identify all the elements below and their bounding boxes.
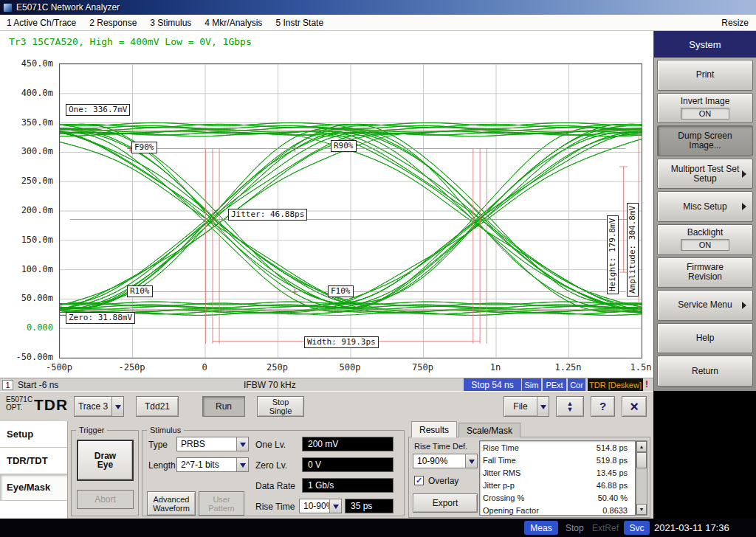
x-axis-tick: 750p	[397, 362, 449, 373]
menu-4-mkr-analysis[interactable]: 4 Mkr/Analysis	[198, 18, 269, 28]
x-axis-tick: 250p	[252, 362, 303, 373]
window-title: E5071C Network Analyzer	[16, 2, 120, 13]
export-button[interactable]: Export	[413, 493, 478, 513]
result-row: Rise Time514.8 ps	[480, 441, 635, 454]
softkey-help[interactable]: Help	[657, 323, 753, 354]
menu-2-response[interactable]: 2 Response	[83, 18, 143, 28]
minimize-toggle-button[interactable]: ▲▼	[556, 396, 584, 417]
eye-annotation: F10%	[328, 285, 354, 297]
eye-annotation: Zero: 31.88mV	[66, 312, 135, 324]
y-axis-tick: 200.0m	[1, 205, 53, 215]
overlay-checkbox[interactable]: ✓	[414, 476, 424, 485]
dropdown-arrow-icon	[465, 454, 477, 468]
scroll-down-icon[interactable]: ▼	[636, 504, 647, 515]
y-axis-tick: -50.00m	[1, 352, 53, 362]
file-button[interactable]: File	[504, 396, 549, 417]
stop-single-button[interactable]: Stop Single	[257, 396, 304, 417]
tab-scale-mask[interactable]: Scale/Mask	[458, 423, 520, 437]
y-axis-tick: 250.0m	[1, 176, 53, 186]
results-tabs: ResultsScale/Mask	[411, 421, 522, 437]
softkey-label: Service Menu	[678, 300, 732, 310]
extref-indicator: ExtRef	[592, 523, 619, 533]
help-button[interactable]: ?	[591, 396, 615, 417]
softkey-misc-setup[interactable]: Misc Setup	[657, 191, 753, 222]
softkey-dump-screen-image[interactable]: Dump Screen Image...	[657, 125, 753, 156]
trace-select-button[interactable]: Trace 3	[74, 396, 124, 417]
menu-resize[interactable]: Resize	[714, 18, 756, 28]
results-scrollbar[interactable]: ▲ ▼	[636, 440, 647, 516]
results-rise-def-select[interactable]: 10-90%	[413, 454, 478, 468]
tdr-deskew-badge: TDR [Deskew]	[588, 378, 643, 392]
softkey-label: Dump Screen Image...	[670, 131, 740, 150]
instrument-statusbar: Meas Stop ExtRef Svc 2021-03-11 17:36	[0, 519, 756, 537]
softkey-label: Firmware Revision	[670, 263, 740, 282]
rise-def-label: Rise Time Def.	[414, 442, 467, 451]
one-level-field[interactable]: 200 mV	[302, 437, 394, 451]
data-rate-field[interactable]: 1 Gb/s	[302, 478, 394, 493]
submenu-arrow-icon	[742, 203, 750, 210]
advanced-waveform-button[interactable]: Advanced Waveform	[147, 491, 196, 516]
menu-3-stimulus[interactable]: 3 Stimulus	[143, 18, 198, 28]
results-area: ResultsScale/Mask Rise Time Def. 10-90% …	[408, 421, 650, 519]
type-label: Type	[148, 440, 168, 450]
abort-button[interactable]: Abort	[77, 490, 134, 509]
menu-5-instr-state[interactable]: 5 Instr State	[269, 18, 330, 28]
tab-results[interactable]: Results	[411, 421, 457, 437]
y-axis-tick: 0.000	[1, 322, 53, 333]
zero-level-label: Zero Lv.	[255, 460, 287, 471]
softkey-backlight[interactable]: BacklightON	[657, 224, 753, 255]
sweep-start-readout: Start -6 ns	[18, 380, 58, 390]
eye-annotation: One: 336.7mV	[66, 104, 130, 116]
tab-tdr-tdt[interactable]: TDR/TDT	[0, 448, 67, 474]
dropdown-arrow-icon	[236, 437, 248, 451]
pattern-length-select[interactable]: 2^7-1 bits	[176, 457, 249, 472]
tdr-nav-tabs: SetupTDR/TDTEye/Mask	[0, 421, 68, 519]
softkey-service-menu[interactable]: Service Menu	[657, 290, 753, 321]
softkey-label: Backlight	[687, 228, 724, 238]
y-axis-tick: 50.00m	[1, 293, 53, 303]
scroll-up-icon[interactable]: ▲	[636, 441, 647, 452]
result-name: Jitter p-p	[483, 481, 586, 490]
softkey-state: ON	[681, 239, 729, 251]
softkey-label: Print	[696, 70, 715, 80]
eye-annotation: Jitter: 46.88ps	[228, 209, 307, 221]
status-badge-cor: Cor	[568, 378, 585, 392]
x-axis-tick: 0	[179, 362, 230, 373]
rise-time-field[interactable]: 35 ps	[345, 499, 394, 513]
tdr-toolbar: E5071C OPT. TDR Trace 3 Tdd21 Run Stop S…	[0, 392, 653, 421]
result-value: 13.45 ps	[586, 468, 632, 477]
eye-annotation: R10%	[127, 285, 153, 297]
tab-setup[interactable]: Setup	[0, 421, 67, 448]
app-icon	[3, 3, 13, 13]
eye-annotation: F90%	[131, 142, 157, 153]
softkey-label: Multiport Test Set Setup	[670, 164, 740, 184]
softkey-firmware-revision[interactable]: Firmware Revision	[657, 257, 753, 288]
x-axis-tick: 1.25n	[543, 362, 594, 373]
prbs-type-select[interactable]: PRBS	[176, 437, 249, 451]
result-row: Fall Time519.8 ps	[480, 454, 635, 466]
scrollbar-thumb[interactable]	[636, 452, 647, 468]
softkey-multiport-test-set-setup[interactable]: Multiport Test Set Setup	[657, 159, 753, 190]
softkey-invert-image[interactable]: Invert ImageON	[657, 93, 753, 124]
rise-time-def-select[interactable]: 10-90%	[299, 499, 342, 513]
user-pattern-button[interactable]: User Pattern	[199, 491, 244, 516]
run-button[interactable]: Run	[202, 396, 245, 417]
tdr-logo-opt: OPT.	[6, 403, 32, 412]
parameter-button[interactable]: Tdd21	[136, 396, 179, 417]
tab-eye-mask[interactable]: Eye/Mask	[0, 474, 67, 501]
menu-1-active-ch-trace[interactable]: 1 Active Ch/Trace	[0, 18, 83, 28]
instrument-screen: E5071C Network Analyzer 1 Active Ch/Trac…	[0, 0, 756, 537]
menubar: 1 Active Ch/Trace2 Response3 Stimulus4 M…	[0, 15, 756, 31]
result-row: Jitter RMS13.45 ps	[480, 466, 635, 479]
tdr-application: E5071C OPT. TDR Trace 3 Tdd21 Run Stop S…	[0, 391, 653, 519]
softkey-label: Return	[692, 367, 718, 376]
x-axis-tick: -500p	[33, 362, 85, 373]
status-badge-pext: PExt	[543, 378, 566, 392]
softkey-return[interactable]: Return	[657, 356, 753, 387]
close-button[interactable]: ×	[622, 396, 647, 417]
result-name: Crossing %	[483, 493, 586, 502]
draw-eye-button[interactable]: Draw Eye	[77, 440, 134, 481]
softkey-print[interactable]: Print	[657, 60, 753, 91]
zero-level-field[interactable]: 0 V	[302, 457, 394, 472]
x-axis-tick: 1n	[470, 362, 521, 373]
